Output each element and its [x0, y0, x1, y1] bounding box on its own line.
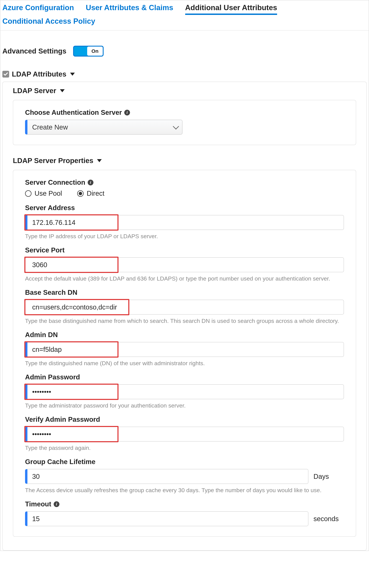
timeout-unit: seconds	[314, 515, 344, 523]
caret-down-icon	[60, 89, 65, 92]
group-cache-lifetime-input[interactable]	[25, 469, 308, 484]
auth-server-selected: Create New	[32, 124, 68, 131]
group-cache-lifetime-label: Group Cache Lifetime	[25, 458, 344, 466]
service-port-label: Service Port	[25, 246, 344, 254]
admin-password-input[interactable]	[25, 384, 344, 399]
ldap-server-card: Choose Authentication Server i Create Ne…	[13, 100, 356, 145]
radio-icon	[77, 190, 84, 197]
server-address-label: Server Address	[25, 204, 344, 212]
ldap-server-title: LDAP Server	[13, 87, 56, 95]
admin-dn-help: Type the distinguished name (DN) of the …	[25, 360, 344, 367]
tab-user-attributes-claims[interactable]: User Attributes & Claims	[86, 3, 173, 15]
server-address-input[interactable]	[25, 215, 344, 230]
ldap-attributes-header[interactable]: LDAP Attributes	[0, 62, 369, 82]
advanced-settings-label: Advanced Settings	[2, 47, 66, 55]
caret-down-icon	[97, 159, 102, 162]
timeout-input[interactable]	[25, 511, 308, 526]
service-port-input[interactable]	[25, 257, 344, 272]
ldap-attributes-title: LDAP Attributes	[12, 70, 66, 78]
admin-dn-label: Admin DN	[25, 331, 344, 339]
info-icon[interactable]: i	[54, 501, 59, 507]
server-connection-label: Server Connection i	[25, 179, 344, 186]
server-connection-direct-radio[interactable]: Direct	[77, 190, 104, 197]
chevron-down-icon	[173, 123, 179, 130]
auth-server-select[interactable]: Create New	[25, 120, 183, 134]
ldap-server-header[interactable]: LDAP Server	[3, 82, 366, 98]
tab-conditional-access-policy[interactable]: Conditional Access Policy	[2, 17, 95, 27]
caret-down-icon	[70, 73, 75, 76]
radio-icon	[25, 190, 31, 197]
group-cache-lifetime-help: The Access device usually refreshes the …	[25, 487, 344, 494]
ldap-attributes-panel: LDAP Server Choose Authentication Server…	[2, 82, 367, 551]
verify-admin-password-input[interactable]	[25, 427, 344, 442]
ldap-server-properties-title: LDAP Server Properties	[13, 157, 93, 165]
ldap-server-properties-header[interactable]: LDAP Server Properties	[3, 152, 366, 168]
advanced-settings-toggle[interactable]: On	[73, 46, 103, 57]
toggle-knob: On	[87, 47, 103, 56]
info-icon[interactable]: i	[124, 110, 130, 115]
info-icon[interactable]: i	[88, 180, 93, 186]
base-search-dn-help: Type the base distinguished name from wh…	[25, 318, 344, 324]
admin-password-help: Type the administrator password for your…	[25, 402, 344, 409]
ldap-server-properties-card: Server Connection i Use Pool Direct Serv…	[13, 170, 356, 537]
service-port-help: Accept the default value (389 for LDAP a…	[25, 275, 344, 282]
verify-admin-password-help: Type the password again.	[25, 444, 344, 451]
server-address-help: Type the IP address of your LDAP or LDAP…	[25, 233, 344, 239]
auth-server-label: Choose Authentication Server i	[25, 109, 344, 116]
base-search-dn-label: Base Search DN	[25, 289, 344, 296]
tab-azure-configuration[interactable]: Azure Configuration	[2, 3, 74, 15]
admin-password-label: Admin Password	[25, 373, 344, 381]
tab-additional-user-attributes[interactable]: Additional User Attributes	[185, 3, 277, 15]
tabs-bar: Azure Configuration User Attributes & Cl…	[0, 0, 369, 31]
ldap-attributes-checkbox[interactable]	[2, 71, 9, 78]
admin-dn-input[interactable]	[25, 342, 344, 357]
group-cache-lifetime-unit: Days	[314, 473, 344, 480]
verify-admin-password-label: Verify Admin Password	[25, 416, 344, 423]
server-connection-pool-radio[interactable]: Use Pool	[25, 190, 62, 197]
base-search-dn-input[interactable]	[25, 300, 344, 315]
timeout-label: Timeout i	[25, 500, 344, 508]
